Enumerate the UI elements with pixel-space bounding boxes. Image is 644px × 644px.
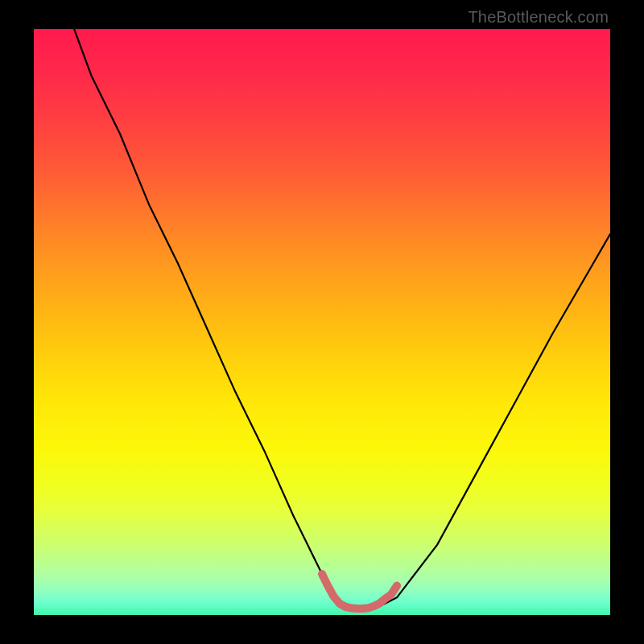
watermark-text: TheBottleneck.com	[468, 8, 609, 27]
plot-area	[34, 29, 610, 615]
chart-frame: TheBottleneck.com	[0, 0, 644, 644]
